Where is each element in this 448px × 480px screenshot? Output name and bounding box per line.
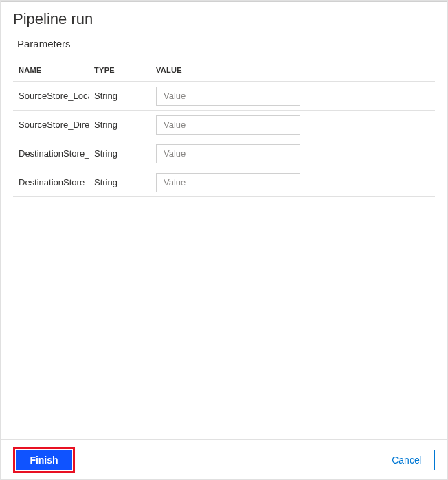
param-value-cell [150,168,435,197]
parameters-section-title: Parameters [17,38,435,49]
finish-button-highlight: Finish [13,447,75,473]
param-name: DestinationStore_Location [13,139,89,168]
param-value-input[interactable] [156,144,300,163]
table-row: DestinationStore_Location String [13,139,435,168]
param-name: SourceStore_Directory [13,111,89,139]
table-row: SourceStore_Location String [13,82,435,111]
table-header-row: NAME TYPE VALUE [13,59,435,82]
param-type: String [89,111,150,139]
param-name: DestinationStore_Directory [13,168,89,197]
param-type: String [89,139,150,168]
pipeline-run-panel: Pipeline run Parameters NAME TYPE VALUE … [1,1,447,479]
param-value-cell [150,82,435,111]
header-type: TYPE [89,59,150,82]
cancel-button[interactable]: Cancel [379,450,435,470]
param-value-input[interactable] [156,115,300,135]
param-value-cell [150,111,435,139]
param-value-cell [150,139,435,168]
table-row: DestinationStore_Directory String [13,168,435,197]
param-type: String [89,82,150,111]
param-name: SourceStore_Location [13,82,89,111]
panel-title: Pipeline run [13,10,435,28]
parameters-table: NAME TYPE VALUE SourceStore_Location Str… [13,59,435,197]
param-type: String [89,168,150,197]
finish-button[interactable]: Finish [16,450,72,470]
header-value: VALUE [150,59,435,82]
header-name: NAME [13,59,89,82]
panel-footer: Finish Cancel [1,439,447,479]
panel-content: Pipeline run Parameters NAME TYPE VALUE … [1,2,447,439]
table-row: SourceStore_Directory String [13,111,435,139]
param-value-input[interactable] [156,87,300,106]
param-value-input[interactable] [156,173,300,192]
